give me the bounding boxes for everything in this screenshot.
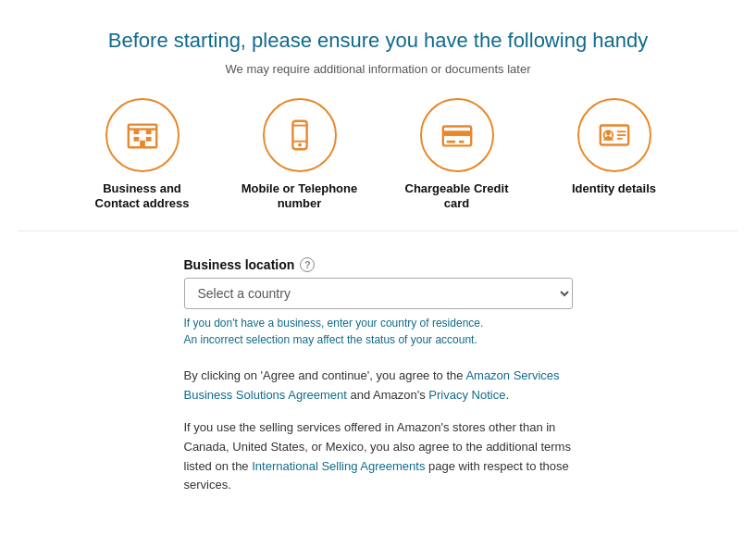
privacy-notice-link[interactable]: Privacy Notice xyxy=(428,388,505,402)
svg-rect-1 xyxy=(133,130,139,134)
international-selling-link[interactable]: International Selling Agreements xyxy=(252,459,425,473)
phone-icon-label: Mobile or Telephone number xyxy=(240,181,360,213)
icon-item-creditcard: Chargeable Credit card xyxy=(397,98,517,213)
icon-item-phone: Mobile or Telephone number xyxy=(240,98,360,213)
svg-rect-4 xyxy=(145,136,151,141)
hint-line2: An incorrect selection may affect the st… xyxy=(184,333,477,346)
form-inner: Business location ? Select a country Uni… xyxy=(184,257,573,348)
svg-point-8 xyxy=(298,143,302,146)
legal-paragraph1: By clicking on 'Agree and continue', you… xyxy=(184,367,573,405)
field-hint: If you don't have a business, enter your… xyxy=(184,315,573,348)
svg-rect-3 xyxy=(133,136,139,141)
svg-rect-6 xyxy=(128,128,155,130)
legal-inner: By clicking on 'Agree and continue', you… xyxy=(184,367,573,508)
hint-line1: If you don't have a business, enter your… xyxy=(184,317,484,330)
form-section: Business location ? Select a country Uni… xyxy=(19,257,737,348)
credit-card-icon xyxy=(440,118,475,153)
phone-icon-circle xyxy=(263,98,337,172)
business-location-label: Business location xyxy=(184,257,295,272)
identity-icon-label: Identity details xyxy=(572,181,656,197)
country-select[interactable]: Select a country United States Canada Me… xyxy=(184,278,573,309)
legal-section: By clicking on 'Agree and continue', you… xyxy=(19,367,737,508)
page-title: Before starting, please ensure you have … xyxy=(19,28,737,55)
svg-rect-13 xyxy=(446,140,455,143)
creditcard-icon-label: Chargeable Credit card xyxy=(397,181,517,213)
svg-rect-12 xyxy=(442,131,470,136)
legal-paragraph2: If you use the selling services offered … xyxy=(184,418,573,495)
phone-icon xyxy=(282,118,317,153)
business-icon-circle xyxy=(105,98,180,172)
icon-item-business: Business and Contact address xyxy=(82,98,203,213)
help-icon[interactable]: ? xyxy=(300,257,315,272)
page-subtitle: We may require additional information or… xyxy=(19,62,737,76)
building-icon xyxy=(125,118,160,153)
svg-rect-14 xyxy=(458,140,464,143)
field-label-row: Business location ? xyxy=(184,257,573,272)
identity-icon-circle xyxy=(577,98,651,172)
hint-residence-link[interactable]: enter your country of residence xyxy=(328,317,480,330)
header-section: Before starting, please ensure you have … xyxy=(19,28,737,76)
svg-rect-5 xyxy=(140,140,145,147)
creditcard-icon-circle xyxy=(420,98,494,172)
building-icon-label: Business and Contact address xyxy=(82,181,203,213)
icons-row: Business and Contact address Mobile or T… xyxy=(19,98,737,232)
identity-icon xyxy=(597,118,632,153)
svg-rect-2 xyxy=(145,130,151,134)
icon-item-identity: Identity details xyxy=(554,98,675,213)
svg-point-17 xyxy=(605,131,610,135)
page-container: Before starting, please ensure you have … xyxy=(0,0,756,536)
